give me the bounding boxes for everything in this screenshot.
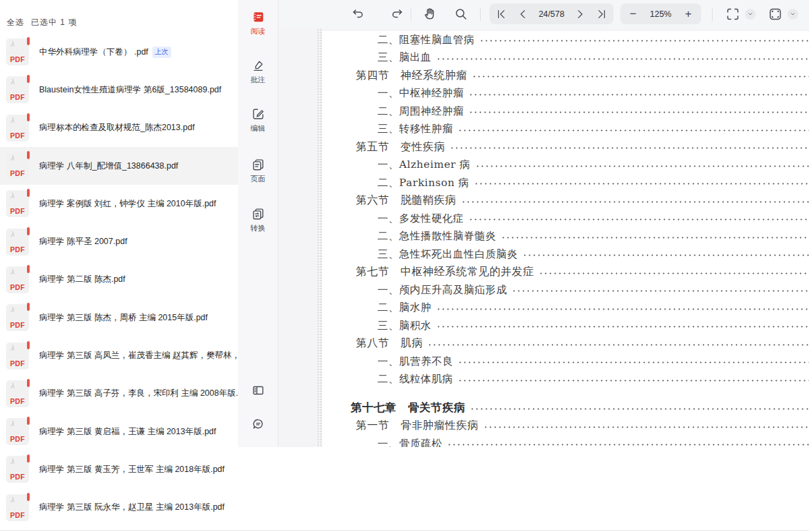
toc-entry: 一、多发性硬化症	[322, 210, 809, 228]
file-list: λPDF 中华外科病理学（下卷） .pdf上次 λPDF Blaustein女性…	[0, 33, 238, 527]
file-name: 病理学 第三版 高凤兰，崔茂香主编 赵其辉，樊帮林，编	[39, 350, 238, 361]
zoom-out-button[interactable]: −	[626, 7, 640, 21]
dot-leader	[436, 317, 809, 335]
redo-button[interactable]	[389, 6, 405, 22]
file-row[interactable]: λPDF 病理学 第三版 陈杰，周桥 主编 2015年版.pdf	[0, 299, 238, 336]
acrobat-glyph-icon: λ	[11, 344, 14, 352]
chevron-down-icon	[789, 11, 796, 18]
read-book-icon	[251, 9, 266, 24]
zoom-in-button[interactable]: +	[681, 7, 696, 21]
toc-entry: 第六节 脱髓鞘疾病	[322, 192, 809, 210]
acrobat-glyph-icon: λ	[11, 268, 14, 276]
dot-leader	[475, 156, 809, 175]
acrobat-glyph-icon: λ	[11, 496, 14, 504]
dot-leader	[469, 210, 809, 228]
file-row[interactable]: λPDF Blaustein女性生殖道病理学 第6版_13584089.pdf	[0, 71, 238, 109]
file-row-selected[interactable]: λPDF 病理学 八年制_配增值_13866438.pdf	[0, 147, 238, 185]
pdf-file-icon: λPDF	[6, 266, 29, 293]
search-button[interactable]	[453, 6, 469, 22]
tab-edit[interactable]: 编辑	[238, 107, 278, 134]
toc-entry: 一、颅内压升高及脑疝形成	[322, 281, 809, 299]
fullscreen-menu-button[interactable]	[745, 9, 756, 20]
toc-entry: 第五节 变性疾病	[322, 138, 809, 156]
file-row[interactable]: λPDF 病理学 第二版 陈杰.pdf	[0, 261, 238, 299]
pdf-page: 二、阻塞性脑血管病 三、脑出血 第四节 神经系统肿瘤 一、中枢神经肿瘤 二、周围…	[322, 31, 809, 447]
convert-icon	[251, 206, 266, 221]
page-edge-texture	[317, 28, 322, 447]
pdf-file-icon: λPDF	[6, 190, 29, 217]
next-page-button[interactable]	[573, 7, 587, 21]
pdf-file-icon: λPDF	[6, 494, 29, 521]
file-name: 病理学 第三版 黄启福，王谦 主编 2013年版.pdf	[39, 426, 238, 438]
acrobat-glyph-icon: λ	[11, 230, 14, 238]
selection-count-label: 已选中 1 项	[31, 17, 77, 28]
side-tool-rail: 阅读 批注 编辑 页面 转换	[238, 0, 278, 447]
search-icon	[453, 6, 469, 22]
file-row[interactable]: λPDF 病理学 陈平圣 2007.pdf	[0, 223, 238, 260]
toc-entry: 二、急性播散性脑脊髓炎	[322, 228, 809, 246]
file-row[interactable]: λPDF 病理学 案例版 刘红，钟学仪 主编 2010年版.pdf	[0, 185, 238, 223]
tab-convert[interactable]: 转换	[238, 206, 278, 233]
undo-icon	[350, 6, 366, 22]
file-name: 病理学 第二版 陈杰.pdf	[39, 274, 238, 285]
pdf-file-icon: λPDF	[6, 76, 29, 103]
dot-leader	[447, 435, 809, 447]
acrobat-glyph-icon: λ	[11, 419, 14, 427]
dot-leader	[450, 138, 809, 156]
dot-leader	[483, 417, 809, 436]
acrobat-glyph-icon: λ	[11, 116, 14, 124]
select-all-button[interactable]: 全选	[7, 17, 24, 28]
pdf-file-icon: λPDF	[6, 456, 29, 483]
dot-leader	[479, 31, 809, 49]
toc-entry: 二、脑水肿	[322, 299, 809, 318]
file-row[interactable]: λPDF 病理学 第三版 高子芬，李良，宋印利 主编 2008年版.pdf	[0, 375, 238, 413]
pdf-file-icon: λPDF	[6, 380, 29, 407]
file-row[interactable]: λPDF 病理学 第三版 阮永华，赵卫星 主编 2013年版.pdf	[0, 489, 238, 527]
tab-read[interactable]: 阅读	[238, 9, 278, 36]
pdf-file-icon: λPDF	[6, 152, 29, 179]
dot-leader	[512, 281, 809, 299]
comments-toggle[interactable]	[238, 417, 278, 434]
toc-entry: 第七节 中枢神经系统常见的并发症	[322, 264, 809, 282]
toolbar-divider	[480, 7, 481, 21]
file-row[interactable]: λPDF 病理学 第三版 黄启福，王谦 主编 2013年版.pdf	[0, 413, 238, 450]
file-row[interactable]: λPDF 病理学 第三版 黄玉芳，王世军 主编 2018年版.pdf	[0, 450, 238, 488]
toolbar-divider	[411, 7, 411, 21]
dot-leader	[472, 67, 809, 85]
toc-chapter-entry: 第十七章 骨关节疾病	[322, 399, 809, 417]
first-page-button[interactable]	[495, 7, 508, 21]
undo-button[interactable]	[350, 6, 366, 22]
file-list-panel: 全选 已选中 1 项 λPDF 中华外科病理学（下卷） .pdf上次 λPDF …	[0, 0, 238, 532]
hand-tool-button[interactable]	[421, 6, 438, 22]
dot-leader	[474, 174, 809, 192]
sidebar-panel-toggle[interactable]	[238, 383, 278, 401]
fit-page-button[interactable]	[767, 6, 783, 22]
toc-entry: 一、中枢神经肿瘤	[322, 85, 809, 103]
toc-entry: 第八节 肌病	[322, 335, 809, 353]
tab-annotate[interactable]: 批注	[238, 58, 278, 85]
page-indicator[interactable]: 24/578	[539, 9, 564, 19]
file-row[interactable]: λPDF 病理标本的检查及取材规范_陈杰2013.pdf	[0, 109, 238, 147]
toc-entry: 三、急性坏死出血性白质脑炎	[322, 245, 809, 264]
file-name: Blaustein女性生殖道病理学 第6版_13584089.pdf	[39, 84, 238, 96]
tab-pages[interactable]: 页面	[238, 157, 278, 184]
dot-leader	[522, 245, 809, 264]
fullscreen-icon	[725, 6, 741, 22]
fit-page-menu-button[interactable]	[787, 9, 798, 20]
dot-leader	[436, 49, 809, 67]
last-page-button[interactable]	[595, 7, 608, 21]
dot-leader	[470, 399, 809, 417]
acrobat-glyph-icon: λ	[11, 382, 14, 390]
table-of-contents: 二、阻塞性脑血管病 三、脑出血 第四节 神经系统肿瘤 一、中枢神经肿瘤 二、周围…	[322, 31, 809, 447]
zoom-level[interactable]: 125%	[650, 9, 671, 19]
toolbar-divider	[712, 7, 713, 21]
previous-page-button[interactable]	[516, 7, 530, 21]
file-name: 病理学 第三版 陈杰，周桥 主编 2015年版.pdf	[39, 312, 238, 324]
dot-leader	[458, 121, 809, 139]
fullscreen-button[interactable]	[725, 6, 741, 22]
acrobat-glyph-icon: λ	[11, 154, 14, 162]
pdf-file-icon: λPDF	[6, 115, 29, 142]
pdf-file-icon: λPDF	[6, 38, 29, 65]
file-row[interactable]: λPDF 中华外科病理学（下卷） .pdf上次	[0, 33, 238, 71]
file-row[interactable]: λPDF 病理学 第三版 高凤兰，崔茂香主编 赵其辉，樊帮林，编	[0, 336, 238, 374]
